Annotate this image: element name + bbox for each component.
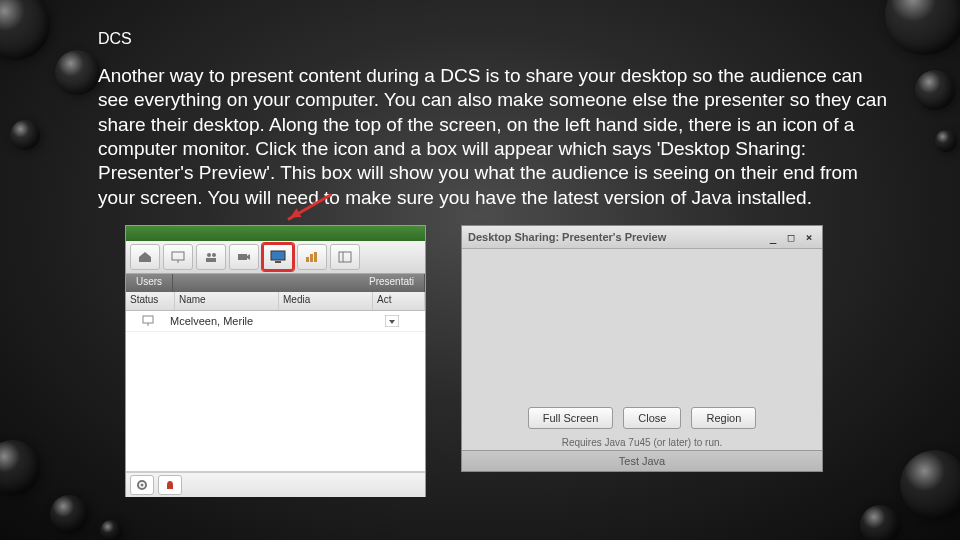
monitor-icon: [270, 250, 286, 264]
preview-area: [462, 249, 822, 401]
app-footer-bar: [126, 472, 425, 497]
toolbar-users-button[interactable]: [196, 244, 226, 270]
minimize-button[interactable]: _: [766, 231, 780, 244]
presenter-status-icon: [126, 315, 170, 327]
toolbar-poll-button[interactable]: [297, 244, 327, 270]
toolbar-desktop-share-button[interactable]: [262, 243, 294, 271]
presentation-icon: [171, 251, 185, 263]
svg-point-3: [212, 253, 216, 257]
full-screen-button[interactable]: Full Screen: [528, 407, 614, 429]
toolbar-webcam-button[interactable]: [229, 244, 259, 270]
bubble-decoration: [0, 440, 40, 495]
col-name: Name: [175, 292, 279, 310]
maximize-button[interactable]: □: [784, 231, 798, 244]
layout-icon: [338, 251, 352, 263]
bubble-decoration: [50, 495, 88, 533]
user-name: Mcelveen, Merile: [170, 315, 269, 327]
toolbar-presentation-button[interactable]: [163, 244, 193, 270]
toolbar-home-button[interactable]: [130, 244, 160, 270]
app-toolbar: [126, 241, 425, 274]
close-button[interactable]: Close: [623, 407, 681, 429]
window-title: Desktop Sharing: Presenter's Preview: [468, 231, 666, 243]
bubble-decoration: [935, 130, 957, 152]
slide-title: DCS: [98, 30, 898, 48]
svg-rect-5: [238, 254, 247, 260]
window-titlebar: Desktop Sharing: Presenter's Preview _ □…: [462, 226, 822, 249]
bubble-decoration: [100, 520, 122, 540]
tab-presentation[interactable]: Presentati: [359, 274, 425, 292]
preview-button-row: Full Screen Close Region: [462, 401, 822, 435]
users-list: Mcelveen, Merile: [126, 311, 425, 472]
svg-rect-6: [271, 251, 285, 260]
toolbar-layout-button[interactable]: [330, 244, 360, 270]
app-header-bar: [126, 226, 425, 241]
gear-icon: [136, 479, 148, 491]
java-requirement-note: Requires Java 7u45 (or later) to run.: [462, 435, 822, 450]
webcam-icon: [237, 251, 251, 263]
col-action: Act: [373, 292, 425, 310]
col-status: Status: [126, 292, 175, 310]
table-row[interactable]: Mcelveen, Merile: [126, 311, 425, 332]
home-icon: [138, 251, 152, 263]
raise-hand-button[interactable]: [158, 475, 182, 495]
bubble-decoration: [915, 70, 955, 110]
settings-button[interactable]: [130, 475, 154, 495]
close-window-button[interactable]: ×: [802, 231, 816, 244]
svg-rect-7: [275, 261, 281, 263]
svg-rect-11: [339, 252, 351, 262]
svg-rect-4: [206, 258, 216, 262]
region-button[interactable]: Region: [691, 407, 756, 429]
svg-point-2: [207, 253, 211, 257]
chart-icon: [305, 251, 319, 263]
tab-bar: Users Presentati: [126, 274, 425, 292]
hand-icon: [164, 479, 176, 491]
svg-rect-13: [143, 316, 153, 323]
conference-app-screenshot: Users Presentati Status Name Media Act M…: [125, 225, 426, 497]
col-media: Media: [279, 292, 373, 310]
svg-rect-8: [306, 257, 309, 262]
tab-users[interactable]: Users: [126, 274, 173, 292]
svg-point-17: [141, 484, 144, 487]
slide-paragraph: Another way to present content during a …: [98, 64, 898, 210]
svg-rect-9: [310, 254, 313, 262]
desktop-sharing-preview-window: Desktop Sharing: Presenter's Preview _ □…: [461, 225, 823, 472]
row-action-dropdown[interactable]: [358, 315, 425, 327]
bubble-decoration: [0, 0, 50, 60]
bubble-decoration: [10, 120, 40, 150]
bubble-decoration: [860, 505, 900, 540]
users-icon: [204, 251, 218, 263]
bubble-decoration: [55, 50, 100, 95]
svg-rect-0: [172, 252, 184, 260]
bubble-decoration: [900, 450, 960, 520]
test-java-link[interactable]: Test Java: [462, 450, 822, 471]
svg-rect-10: [314, 252, 317, 262]
users-column-header: Status Name Media Act: [126, 292, 425, 311]
